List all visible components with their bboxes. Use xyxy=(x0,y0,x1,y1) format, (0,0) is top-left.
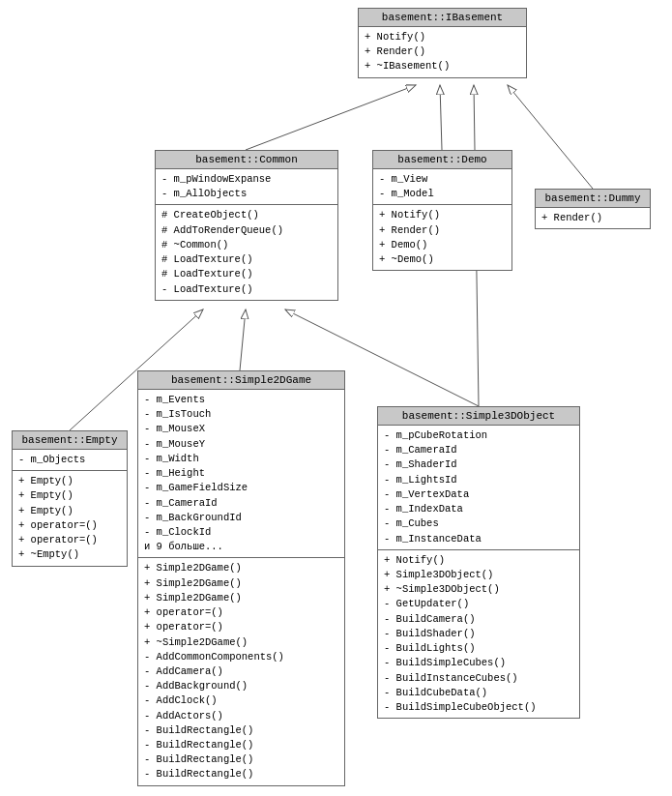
dummy-methods: + Render() xyxy=(536,208,650,228)
svg-line-4 xyxy=(240,310,246,370)
common-fields: - m_pWindowExpanse - m_AllObjects xyxy=(156,169,337,205)
svg-line-1 xyxy=(440,85,442,150)
svg-line-2 xyxy=(508,85,593,189)
demo-box: basement::Demo - m_View - m_Model + Noti… xyxy=(372,150,512,271)
dummy-box: basement::Dummy + Render() xyxy=(535,189,651,229)
simple3dobject-fields: - m_pCubeRotation - m_CameraId - m_Shade… xyxy=(378,426,579,550)
demo-title: basement::Demo xyxy=(373,151,511,169)
ibasement-methods: + Notify() + Render() + ~IBasement() xyxy=(359,27,526,77)
common-box: basement::Common - m_pWindowExpanse - m_… xyxy=(155,150,338,301)
demo-fields: - m_View - m_Model xyxy=(373,169,511,205)
empty-fields: - m_Objects xyxy=(13,450,127,471)
empty-title: basement::Empty xyxy=(13,431,127,450)
simple2dgame-fields: - m_Events - m_IsTouch - m_MouseX - m_Mo… xyxy=(138,390,344,558)
common-methods: # CreateObject() # AddToRenderQueue() # … xyxy=(156,205,337,299)
empty-methods: + Empty() + Empty() + Empty() + operator… xyxy=(13,471,127,565)
simple2dgame-methods: + Simple2DGame() + Simple2DGame() + Simp… xyxy=(138,558,344,784)
ibasement-title: basement::IBasement xyxy=(359,9,526,27)
simple3dobject-box: basement::Simple3DObject - m_pCubeRotati… xyxy=(377,406,580,719)
ibasement-box: basement::IBasement + Notify() + Render(… xyxy=(358,8,527,78)
simple2dgame-box: basement::Simple2DGame - m_Events - m_Is… xyxy=(137,370,345,786)
diagram-container: basement::IBasement + Notify() + Render(… xyxy=(0,0,672,796)
simple3dobject-title: basement::Simple3DObject xyxy=(378,407,579,426)
simple3dobject-methods: + Notify() + Simple3DObject() + ~Simple3… xyxy=(378,550,579,718)
svg-line-0 xyxy=(246,85,416,150)
empty-box: basement::Empty - m_Objects + Empty() + … xyxy=(12,430,128,567)
simple2dgame-title: basement::Simple2DGame xyxy=(138,371,344,390)
demo-methods: + Notify() + Render() + Demo() + ~Demo() xyxy=(373,205,511,270)
dummy-title: basement::Dummy xyxy=(536,190,650,208)
common-title: basement::Common xyxy=(156,151,337,169)
